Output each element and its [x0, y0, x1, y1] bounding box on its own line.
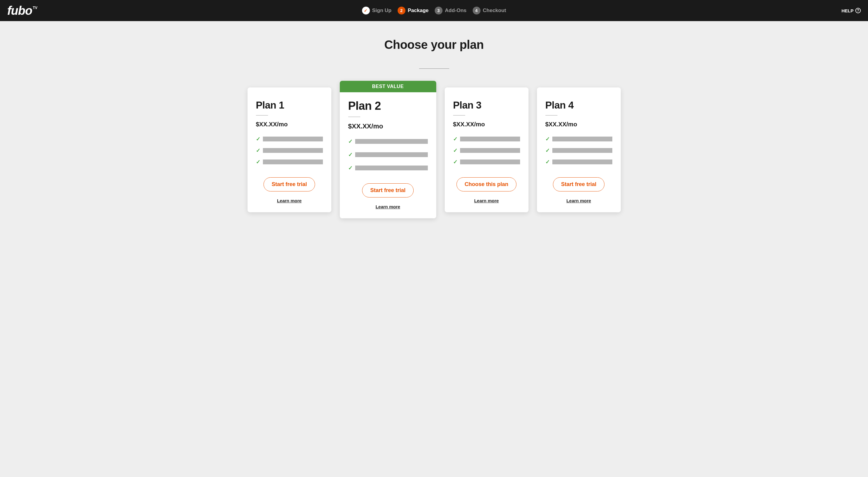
step-circle-active: 2: [397, 7, 405, 14]
page-title: Choose your plan: [0, 38, 868, 52]
plan-divider: [546, 115, 557, 116]
start-trial-button[interactable]: Start free trial: [264, 177, 315, 191]
feature-placeholder: [263, 136, 323, 141]
feature-placeholder: [552, 136, 612, 141]
help-icon: ?: [855, 8, 861, 13]
step-circle-done: ✓: [362, 7, 370, 14]
plan-card-3: Plan 3 $XX.XX/mo ✓ ✓ ✓ Choose this plan …: [445, 88, 529, 212]
learn-more-link[interactable]: Learn more: [453, 198, 520, 203]
check-icon: ✓: [546, 147, 550, 154]
plan-price: $XX.XX/mo: [256, 121, 323, 128]
plan-card-1: Plan 1 $XX.XX/mo ✓ ✓ ✓ Start free trial …: [248, 88, 331, 212]
feature-item: ✓: [256, 147, 323, 154]
feature-list: ✓ ✓ ✓: [348, 138, 428, 171]
check-icon: ✓: [348, 138, 353, 145]
plan-price: $XX.XX/mo: [546, 121, 612, 128]
feature-item: ✓: [256, 136, 323, 142]
best-value-banner: BEST VALUE: [340, 81, 436, 92]
feature-placeholder: [263, 148, 323, 153]
step-circle-pending: 3: [434, 7, 442, 14]
feature-item: ✓: [453, 136, 520, 142]
step-addons: 3 Add-Ons: [434, 7, 466, 14]
step-label: Sign Up: [372, 7, 391, 13]
feature-placeholder: [263, 159, 323, 164]
start-trial-button[interactable]: Start free trial: [362, 183, 414, 197]
feature-item: ✓: [256, 159, 323, 165]
check-icon: ✓: [256, 159, 260, 165]
logo-suffix: TV: [33, 6, 37, 10]
help-label: HELP: [841, 8, 854, 13]
plan-card-4: Plan 4 $XX.XX/mo ✓ ✓ ✓ Start free trial …: [537, 88, 621, 212]
feature-item: ✓: [348, 151, 428, 158]
progress-stepper: ✓ Sign Up 2 Package 3 Add-Ons 4 Checkout: [362, 7, 506, 14]
plan-divider: [348, 117, 360, 117]
step-circle-pending: 4: [472, 7, 480, 14]
check-icon: ✓: [453, 159, 458, 165]
plan-name: Plan 3: [453, 99, 520, 111]
start-trial-button[interactable]: Start free trial: [553, 177, 604, 191]
feature-placeholder: [460, 159, 520, 164]
header-bar: fuboTV ✓ Sign Up 2 Package 3 Add-Ons 4 C…: [0, 0, 868, 21]
feature-placeholder: [552, 148, 612, 153]
feature-item: ✓: [453, 159, 520, 165]
feature-item: ✓: [348, 138, 428, 145]
feature-list: ✓ ✓ ✓: [256, 136, 323, 165]
feature-item: ✓: [546, 159, 612, 165]
plan-name: Plan 1: [256, 99, 323, 111]
plan-divider: [256, 115, 268, 116]
plan-price: $XX.XX/mo: [453, 121, 520, 128]
feature-placeholder: [355, 139, 428, 144]
check-icon: ✓: [256, 136, 260, 142]
feature-item: ✓: [546, 136, 612, 142]
learn-more-link[interactable]: Learn more: [256, 198, 323, 203]
check-icon: ✓: [256, 147, 260, 154]
check-icon: ✓: [546, 136, 550, 142]
step-label: Package: [408, 7, 428, 13]
feature-placeholder: [552, 159, 612, 164]
check-icon: ✓: [546, 159, 550, 165]
logo-main: fubo: [7, 4, 32, 18]
step-label: Add-Ons: [445, 7, 466, 13]
plan-divider: [453, 115, 465, 116]
plans-container: Plan 1 $XX.XX/mo ✓ ✓ ✓ Start free trial …: [0, 88, 868, 243]
check-icon: ✓: [453, 147, 458, 154]
feature-placeholder: [355, 165, 428, 170]
plan-price: $XX.XX/mo: [348, 122, 428, 130]
learn-more-link[interactable]: Learn more: [546, 198, 612, 203]
choose-plan-button[interactable]: Choose this plan: [457, 177, 517, 191]
help-link[interactable]: HELP ?: [841, 8, 861, 13]
feature-item: ✓: [546, 147, 612, 154]
step-label: Checkout: [483, 7, 506, 13]
feature-item: ✓: [453, 147, 520, 154]
plan-card-2-featured: BEST VALUE Plan 2 $XX.XX/mo ✓ ✓ ✓ Start …: [340, 81, 436, 218]
check-icon: ✓: [348, 151, 353, 158]
feature-placeholder: [460, 136, 520, 141]
plan-name: Plan 2: [348, 99, 428, 113]
step-package: 2 Package: [397, 7, 428, 14]
learn-more-link[interactable]: Learn more: [348, 204, 428, 209]
plan-name: Plan 4: [546, 99, 612, 111]
feature-item: ✓: [348, 165, 428, 171]
check-icon: ✓: [364, 8, 368, 13]
feature-placeholder: [460, 148, 520, 153]
title-divider: [419, 68, 449, 69]
step-signup: ✓ Sign Up: [362, 7, 391, 14]
feature-placeholder: [355, 152, 428, 157]
logo[interactable]: fuboTV: [7, 4, 37, 18]
feature-list: ✓ ✓ ✓: [453, 136, 520, 165]
step-checkout: 4 Checkout: [472, 7, 506, 14]
check-icon: ✓: [453, 136, 458, 142]
feature-list: ✓ ✓ ✓: [546, 136, 612, 165]
check-icon: ✓: [348, 165, 353, 171]
